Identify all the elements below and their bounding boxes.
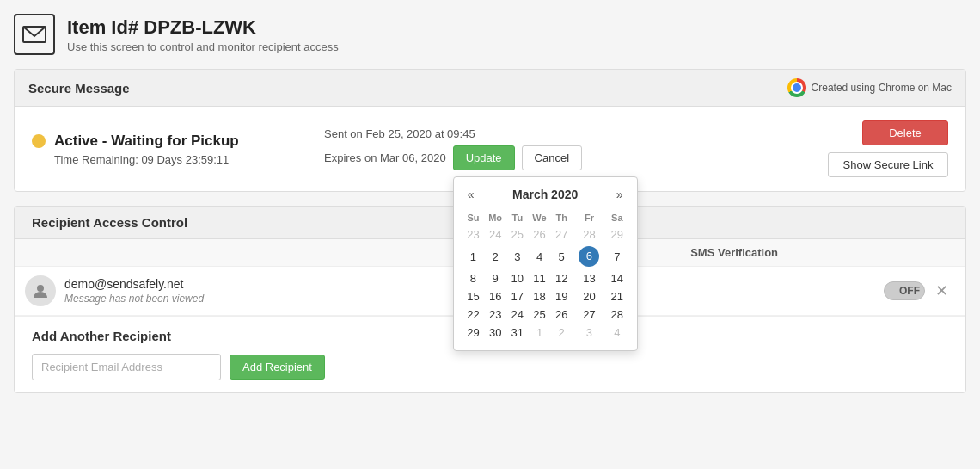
page-header: Item Id# DPZB-LZWK Use this screen to co…: [14, 14, 966, 55]
cal-day-header: Th: [550, 210, 573, 225]
cal-day-cell[interactable]: 29: [606, 225, 628, 244]
status-section: Active - Waiting for Pickup Time Remaini…: [15, 107, 965, 191]
recipient-email: demo@sendsafely.net: [64, 277, 204, 291]
cal-day-cell[interactable]: 6: [573, 244, 606, 269]
delete-button[interactable]: Delete: [862, 120, 948, 145]
cal-today-highlight: 6: [579, 246, 599, 267]
cal-day-cell[interactable]: 30: [484, 324, 506, 342]
recipient-info: demo@sendsafely.net Message has not been…: [64, 277, 204, 305]
time-remaining: Time Remaining: 09 Days 23:59:11: [32, 153, 239, 166]
cal-day-cell[interactable]: 3: [506, 244, 529, 269]
cal-day-header: Tu: [506, 210, 529, 225]
delete-recipient-button[interactable]: ✕: [932, 281, 952, 300]
sms-toggle-label: OFF: [899, 285, 920, 297]
cal-day-header: Su: [462, 210, 485, 225]
expires-label: Expires on Mar 06, 2020: [324, 151, 446, 164]
cal-day-header: We: [529, 210, 551, 225]
cal-day-cell[interactable]: 28: [606, 305, 628, 324]
envelope-icon: [14, 14, 55, 55]
status-title: Active - Waiting for Pickup: [54, 133, 239, 150]
calendar-next-button[interactable]: »: [611, 186, 628, 203]
cal-day-cell[interactable]: 24: [506, 305, 529, 324]
sent-info: Sent on Feb 25, 2020 at 09:45: [324, 127, 811, 140]
cal-day-cell[interactable]: 27: [573, 305, 606, 324]
cal-day-header: Fr: [573, 210, 606, 225]
add-recipient-button[interactable]: Add Recipient: [230, 355, 325, 380]
cal-day-cell[interactable]: 28: [573, 225, 606, 244]
recipient-status: Message has not been viewed: [64, 293, 204, 305]
cal-day-cell[interactable]: 21: [606, 287, 628, 305]
cal-day-cell[interactable]: 4: [606, 324, 628, 342]
status-right: Delete Show Secure Link: [828, 120, 948, 177]
cal-day-cell[interactable]: 2: [550, 324, 573, 342]
cal-day-cell[interactable]: 1: [529, 324, 551, 342]
sms-toggle[interactable]: OFF: [884, 281, 925, 300]
cal-day-cell[interactable]: 19: [550, 287, 573, 305]
header-text: Item Id# DPZB-LZWK Use this screen to co…: [67, 16, 339, 53]
page-subtitle: Use this screen to control and monitor r…: [67, 40, 339, 53]
page-title: Item Id# DPZB-LZWK: [67, 16, 339, 39]
cal-day-cell[interactable]: 13: [573, 269, 606, 287]
cal-day-cell[interactable]: 14: [606, 269, 628, 287]
calendar-month-title: March 2020: [512, 188, 578, 201]
sms-cell: OFF ✕: [680, 267, 965, 316]
recipient-email-input[interactable]: [32, 354, 221, 380]
cal-day-cell[interactable]: 22: [462, 305, 485, 324]
cal-day-cell[interactable]: 2: [484, 244, 506, 269]
cal-day-cell[interactable]: 16: [484, 287, 506, 305]
cal-day-header: Sa: [606, 210, 628, 225]
status-middle: Sent on Feb 25, 2020 at 09:45 Expires on…: [307, 127, 828, 170]
cal-day-cell[interactable]: 8: [462, 269, 485, 287]
cal-day-cell[interactable]: 10: [506, 269, 529, 287]
cal-day-cell[interactable]: 31: [506, 324, 529, 342]
expires-row: Expires on Mar 06, 2020 Update « March 2…: [324, 145, 811, 170]
status-dot: [32, 134, 46, 148]
show-secure-link-button[interactable]: Show Secure Link: [828, 152, 948, 177]
add-recipient-row: Add Recipient: [32, 354, 948, 380]
cal-day-cell[interactable]: 12: [550, 269, 573, 287]
calendar-prev-button[interactable]: «: [462, 186, 480, 203]
cal-day-cell[interactable]: 9: [484, 269, 506, 287]
cal-day-cell[interactable]: 24: [484, 225, 506, 244]
cal-day-cell[interactable]: 1: [462, 244, 485, 269]
cal-day-cell[interactable]: 3: [573, 324, 606, 342]
calendar-header: « March 2020 »: [462, 186, 628, 203]
cancel-button[interactable]: Cancel: [522, 145, 582, 170]
cal-day-cell[interactable]: 23: [484, 305, 506, 324]
cal-day-cell[interactable]: 18: [529, 287, 551, 305]
cal-day-cell[interactable]: 23: [462, 225, 485, 244]
calendar-popup: « March 2020 » SuMoTuWeThFrSa 2324252627…: [453, 176, 638, 351]
cal-day-header: Mo: [484, 210, 506, 225]
cal-day-cell[interactable]: 20: [573, 287, 606, 305]
rac-title: Recipient Access Control: [32, 215, 187, 230]
secure-message-card-header: Secure Message Created using Chrome on M…: [15, 70, 965, 107]
status-left: Active - Waiting for Pickup Time Remaini…: [32, 133, 307, 166]
cal-day-cell[interactable]: 11: [529, 269, 551, 287]
secure-message-title: Secure Message: [28, 81, 130, 96]
calendar-wrapper: Update « March 2020 » SuMoTuWeThFrSa: [453, 145, 515, 170]
cal-day-cell[interactable]: 5: [550, 244, 573, 269]
cal-day-cell[interactable]: 26: [550, 305, 573, 324]
calendar-grid: SuMoTuWeThFrSa 2324252627282912345678910…: [462, 210, 628, 342]
cal-day-cell[interactable]: 17: [506, 287, 529, 305]
cal-day-cell[interactable]: 7: [606, 244, 628, 269]
svg-point-1: [37, 285, 44, 292]
update-button[interactable]: Update: [453, 145, 515, 170]
chrome-badge: Created using Chrome on Mac: [787, 78, 952, 97]
avatar: [25, 275, 56, 306]
secure-message-card: Secure Message Created using Chrome on M…: [14, 69, 966, 192]
chrome-badge-text: Created using Chrome on Mac: [812, 82, 952, 94]
cal-day-cell[interactable]: 27: [550, 225, 573, 244]
cal-day-cell[interactable]: 4: [529, 244, 551, 269]
cal-day-cell[interactable]: 29: [462, 324, 485, 342]
cal-day-cell[interactable]: 26: [529, 225, 551, 244]
col-sms: SMS Verification: [680, 239, 965, 267]
chrome-icon: [787, 78, 806, 97]
cal-day-cell[interactable]: 25: [529, 305, 551, 324]
cal-day-cell[interactable]: 25: [506, 225, 529, 244]
cal-day-cell[interactable]: 15: [462, 287, 485, 305]
